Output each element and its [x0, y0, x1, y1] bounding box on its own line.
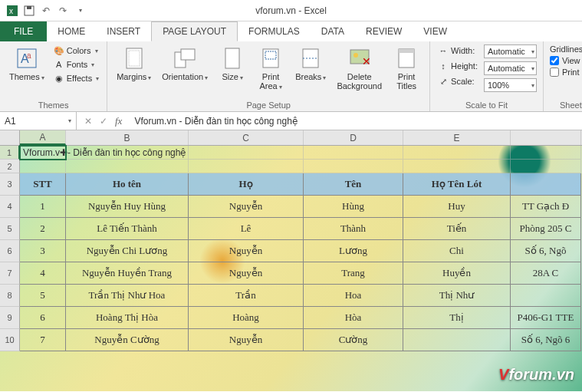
cell-lot-4[interactable]: Huy: [403, 196, 511, 218]
cell-A-2[interactable]: [20, 160, 66, 173]
row-header-6[interactable]: 6: [0, 240, 20, 262]
cell-hoten-8[interactable]: Trần Thị Như Hoa: [66, 285, 189, 307]
column-header-E[interactable]: E: [403, 130, 511, 145]
print-titles-button[interactable]: Print Titles: [390, 44, 423, 92]
themes-button[interactable]: Aa Themes: [6, 44, 48, 84]
print-area-button[interactable]: Print Area: [254, 44, 288, 93]
formula-input[interactable]: Vforum.vn - Diễn đàn tin học công nghệ: [130, 116, 582, 127]
cell-stt-7[interactable]: 4: [20, 262, 66, 285]
cell-hoten-7[interactable]: Nguyễn Huyền Trang: [66, 262, 189, 285]
cell-C-2[interactable]: [189, 160, 304, 173]
cell-lot-8[interactable]: Thị Như: [403, 285, 511, 307]
header-cell-0[interactable]: STT: [20, 173, 66, 196]
gridlines-print-checkbox[interactable]: Print: [550, 68, 582, 77]
tab-review[interactable]: REVIEW: [355, 21, 413, 41]
cell-ho-8[interactable]: Trần: [189, 285, 304, 307]
cell-ho-4[interactable]: Nguyễn: [189, 196, 304, 218]
effects-button[interactable]: ◉Effects: [52, 72, 100, 84]
cell-ho-9[interactable]: Hoàng: [189, 307, 304, 329]
fonts-button[interactable]: AFonts: [52, 58, 100, 71]
cancel-icon[interactable]: ✕: [84, 116, 92, 127]
save-icon[interactable]: [23, 5, 35, 17]
cell-ho-10[interactable]: Nguyễn: [189, 329, 304, 351]
cell-E-2[interactable]: [403, 160, 511, 173]
cell-D-2[interactable]: [304, 160, 403, 173]
cell-stt-10[interactable]: 7: [20, 329, 66, 351]
column-header-C[interactable]: C: [189, 130, 304, 145]
scale-combo[interactable]: 100%: [484, 78, 537, 92]
cell-lot-10[interactable]: [403, 329, 511, 351]
column-header-D[interactable]: D: [304, 130, 403, 145]
cell-E-1[interactable]: [403, 146, 511, 160]
delete-background-button[interactable]: ✕Delete Background: [334, 44, 385, 92]
cell-ten-9[interactable]: Hòa: [304, 307, 403, 329]
enter-icon[interactable]: ✓: [100, 116, 107, 127]
cell-f-9[interactable]: P406-G1 TTE: [511, 307, 581, 329]
cell-ho-5[interactable]: Lê: [189, 218, 304, 240]
cell-f-7[interactable]: 28A C: [511, 262, 581, 285]
cell-stt-8[interactable]: 5: [20, 285, 66, 307]
row-header-2[interactable]: 2: [0, 160, 20, 173]
cell-stt-9[interactable]: 6: [20, 307, 66, 329]
cell-ten-6[interactable]: Lương: [304, 240, 403, 262]
tab-insert[interactable]: INSERT: [96, 21, 151, 41]
column-header-A[interactable]: A: [20, 130, 66, 145]
undo-icon[interactable]: ↶: [40, 5, 52, 17]
cell-A1[interactable]: Vforum.v✚ - Diễn đàn tin học công nghệ: [20, 146, 66, 160]
cell-f-10[interactable]: Số 6, Ngõ 6: [511, 329, 581, 351]
cell-lot-7[interactable]: Huyền: [403, 262, 511, 285]
cell-ten-8[interactable]: Hoa: [304, 285, 403, 307]
cell-hoten-4[interactable]: Nguyễn Huy Hùng: [66, 196, 189, 218]
row-header-10[interactable]: 10: [0, 329, 20, 351]
tab-view[interactable]: VIEW: [413, 21, 458, 41]
cell-f-4[interactable]: TT Gạch Đ: [511, 196, 581, 218]
tab-data[interactable]: DATA: [311, 21, 355, 41]
cell-hoten-9[interactable]: Hoàng Thị Hòa: [66, 307, 189, 329]
row-header-9[interactable]: 9: [0, 307, 20, 329]
tab-file[interactable]: FILE: [0, 21, 47, 41]
cell-hoten-10[interactable]: Nguyễn Cường: [66, 329, 189, 351]
header-cell-4[interactable]: Họ Tên Lót: [403, 173, 511, 196]
header-cell-1[interactable]: Ho tên: [66, 173, 189, 196]
cell-stt-5[interactable]: 2: [20, 218, 66, 240]
gridlines-view-checkbox[interactable]: View: [550, 56, 582, 65]
header-cell-2[interactable]: Họ: [189, 173, 304, 196]
cell-C-1[interactable]: [189, 146, 304, 160]
cell-D-1[interactable]: [304, 146, 403, 160]
select-all-corner[interactable]: [0, 130, 20, 145]
name-box[interactable]: A1: [0, 112, 77, 130]
tab-formulas[interactable]: FORMULAS: [238, 21, 311, 41]
margins-button[interactable]: Margins: [113, 44, 154, 84]
cell-ten-5[interactable]: Thành: [304, 218, 403, 240]
row-header-5[interactable]: 5: [0, 218, 20, 240]
cell-ten-7[interactable]: Trang: [304, 262, 403, 285]
cell-F_partial-1[interactable]: [511, 146, 581, 160]
cell-hoten-5[interactable]: Lê Tiến Thành: [66, 218, 189, 240]
tab-home[interactable]: HOME: [47, 21, 96, 41]
cell-f-8[interactable]: [511, 285, 581, 307]
row-header-8[interactable]: 8: [0, 285, 20, 307]
colors-button[interactable]: 🎨Colors: [52, 44, 100, 57]
cell-lot-9[interactable]: Thị: [403, 307, 511, 329]
cell-ho-7[interactable]: Nguyễn: [189, 262, 304, 285]
cell-B-2[interactable]: [66, 160, 189, 173]
cell-hoten-6[interactable]: Nguyễn Chi Lương: [66, 240, 189, 262]
cell-ten-10[interactable]: Cường: [304, 329, 403, 351]
width-combo[interactable]: Automatic: [484, 44, 537, 58]
row-header-4[interactable]: 4: [0, 196, 20, 218]
fx-icon[interactable]: fx: [115, 115, 122, 127]
cell-f-6[interactable]: Số 6, Ngõ: [511, 240, 581, 262]
cell-F_partial-2[interactable]: [511, 160, 581, 173]
breaks-button[interactable]: Breaks: [292, 44, 329, 84]
cell-lot-5[interactable]: Tiến: [403, 218, 511, 240]
cell-ho-6[interactable]: Nguyễn: [189, 240, 304, 262]
row-header-1[interactable]: 1: [0, 146, 20, 160]
qat-customize-icon[interactable]: [74, 5, 86, 17]
row-header-7[interactable]: 7: [0, 262, 20, 285]
redo-icon[interactable]: ↷: [57, 5, 69, 17]
cell-stt-4[interactable]: 1: [20, 196, 66, 218]
header-cell-5[interactable]: [511, 173, 581, 196]
cell-lot-6[interactable]: Chi: [403, 240, 511, 262]
header-cell-3[interactable]: Tên: [304, 173, 403, 196]
tab-page-layout[interactable]: PAGE LAYOUT: [151, 21, 238, 41]
